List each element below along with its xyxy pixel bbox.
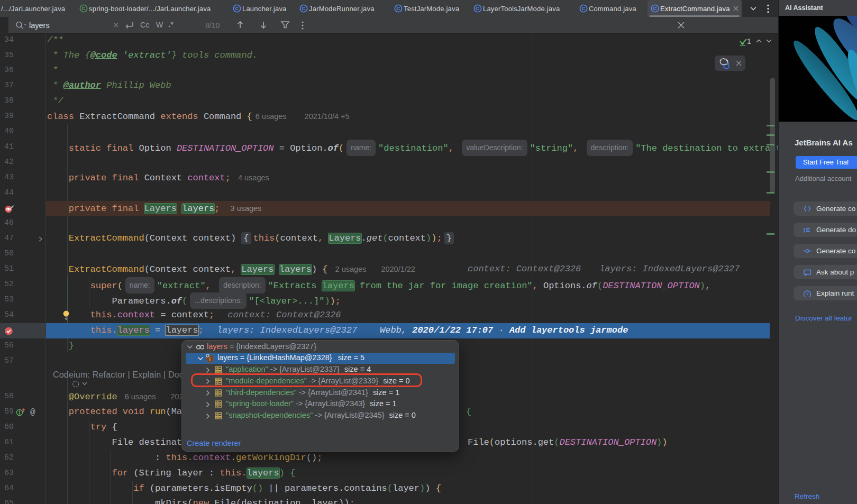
svg-text:?: ?: [806, 292, 808, 297]
svg-text:C: C: [476, 5, 480, 11]
svg-text:C: C: [302, 5, 306, 11]
svg-text:C: C: [235, 5, 239, 11]
svg-text:C: C: [82, 5, 86, 11]
svg-text:C: C: [653, 5, 657, 11]
svg-text:C: C: [582, 5, 586, 11]
svg-text:C: C: [397, 5, 400, 11]
